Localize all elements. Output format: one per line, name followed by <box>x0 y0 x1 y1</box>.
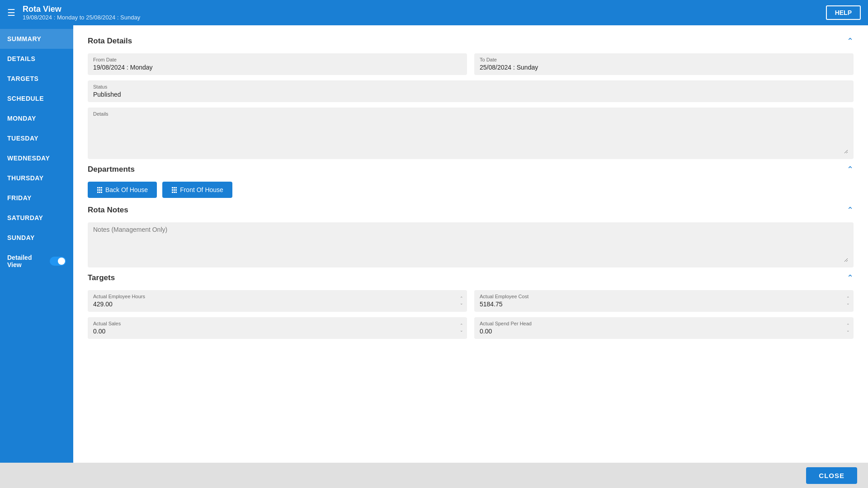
targets-chevron-icon[interactable]: ⌃ <box>847 273 854 283</box>
actual-employee-hours-label: Actual Employee Hours <box>93 294 462 299</box>
from-date-value: 19/08/2024 : Monday <box>93 64 153 71</box>
rota-notes-chevron-icon[interactable]: ⌃ <box>847 205 854 215</box>
date-row: From Date 19/08/2024 : Monday To Date 25… <box>88 53 854 75</box>
rota-notes-title: Rota Notes <box>88 206 128 215</box>
departments-row: Back Of House Front Of House <box>88 182 854 198</box>
detailed-view-row[interactable]: Detailed View <box>0 248 73 275</box>
notes-textarea[interactable] <box>93 226 848 262</box>
actual-sales-field: Actual Sales 0.00 ⌃ ⌄ <box>88 317 467 339</box>
back-of-house-label: Back Of House <box>105 186 148 193</box>
actual-employee-hours-value: 429.00 <box>93 300 113 308</box>
actual-employee-hours-spinners[interactable]: ⌃ ⌄ <box>460 296 463 305</box>
to-date-field: To Date 25/08/2024 : Sunday <box>474 53 854 75</box>
targets-section-header: Targets ⌃ <box>88 273 854 283</box>
actual-spend-per-head-value: 0.00 <box>480 328 492 335</box>
back-of-house-grid-icon <box>97 187 102 193</box>
app-title: Rota View <box>23 5 826 14</box>
status-field: Status Published <box>88 80 854 102</box>
to-date-label: To Date <box>480 57 848 62</box>
details-textarea[interactable] <box>93 117 848 154</box>
detailed-view-label: Detailed View <box>7 254 45 268</box>
top-bar: ☰ Rota View 19/08/2024 : Monday to 25/08… <box>0 0 868 25</box>
departments-section-header: Departments ⌃ <box>88 164 854 174</box>
close-button[interactable]: CLOSE <box>806 467 857 484</box>
sidebar-item-sunday[interactable]: SUNDAY <box>0 228 73 248</box>
sidebar: SUMMARY DETAILS TARGETS SCHEDULE MONDAY … <box>0 25 73 463</box>
actual-employee-hours-field: Actual Employee Hours 429.00 ⌃ ⌄ <box>88 290 467 312</box>
app-subtitle: 19/08/2024 : Monday to 25/08/2024 : Sund… <box>23 14 826 21</box>
actual-employee-cost-spinners[interactable]: ⌃ ⌄ <box>846 296 850 305</box>
sidebar-item-details[interactable]: DETAILS <box>0 49 73 69</box>
rota-notes-section-header: Rota Notes ⌃ <box>88 205 854 215</box>
title-block: Rota View 19/08/2024 : Monday to 25/08/2… <box>23 5 826 21</box>
to-date-value: 25/08/2024 : Sunday <box>480 64 538 71</box>
sidebar-item-friday[interactable]: FRIDAY <box>0 188 73 208</box>
status-label: Status <box>93 84 848 89</box>
sidebar-item-wednesday[interactable]: WEDNESDAY <box>0 148 73 168</box>
targets-title: Targets <box>88 273 115 282</box>
back-of-house-button[interactable]: Back Of House <box>88 182 157 198</box>
details-textarea-wrap: Details <box>88 108 854 159</box>
actual-spend-per-head-spinners[interactable]: ⌃ ⌄ <box>846 324 850 333</box>
sidebar-item-tuesday[interactable]: TUESDAY <box>0 128 73 148</box>
menu-icon[interactable]: ☰ <box>7 7 15 18</box>
sidebar-item-saturday[interactable]: SATURDAY <box>0 208 73 228</box>
actual-employee-hours-down-arrow[interactable]: ⌄ <box>460 301 463 305</box>
actual-spend-per-head-up-arrow[interactable]: ⌃ <box>846 324 850 328</box>
actual-spend-per-head-down-arrow[interactable]: ⌄ <box>846 328 850 333</box>
notes-textarea-wrap <box>88 222 854 267</box>
rota-details-section-header: Rota Details ⌃ <box>88 36 854 46</box>
departments-chevron-icon[interactable]: ⌃ <box>847 164 854 174</box>
sidebar-item-targets[interactable]: TARGETS <box>0 69 73 89</box>
rota-details-chevron-icon[interactable]: ⌃ <box>847 36 854 46</box>
actual-employee-cost-up-arrow[interactable]: ⌃ <box>846 296 850 300</box>
actual-employee-cost-value: 5184.75 <box>480 300 503 308</box>
targets-row1: Actual Employee Hours 429.00 ⌃ ⌄ Actual … <box>88 290 854 312</box>
actual-sales-value: 0.00 <box>93 328 105 335</box>
actual-employee-cost-label: Actual Employee Cost <box>480 294 848 299</box>
detailed-view-toggle[interactable] <box>50 257 66 266</box>
from-date-field: From Date 19/08/2024 : Monday <box>88 53 467 75</box>
sidebar-item-schedule[interactable]: SCHEDULE <box>0 89 73 108</box>
help-button[interactable]: HELP <box>826 5 861 20</box>
actual-sales-spinners[interactable]: ⌃ ⌄ <box>460 324 463 333</box>
sidebar-item-summary[interactable]: SUMMARY <box>0 29 73 49</box>
actual-sales-down-arrow[interactable]: ⌄ <box>460 328 463 333</box>
actual-employee-cost-down-arrow[interactable]: ⌄ <box>846 301 850 305</box>
from-date-label: From Date <box>93 57 462 62</box>
status-value: Published <box>93 91 121 98</box>
actual-sales-up-arrow[interactable]: ⌃ <box>460 324 463 328</box>
targets-row2: Actual Sales 0.00 ⌃ ⌄ Actual Spend Per H… <box>88 317 854 339</box>
details-label: Details <box>93 111 848 117</box>
front-of-house-label: Front Of House <box>180 186 223 193</box>
actual-spend-per-head-label: Actual Spend Per Head <box>480 321 848 326</box>
front-of-house-button[interactable]: Front Of House <box>162 182 232 198</box>
departments-title: Departments <box>88 165 135 174</box>
status-row: Status Published <box>88 80 854 102</box>
rota-details-title: Rota Details <box>88 37 132 46</box>
actual-employee-hours-up-arrow[interactable]: ⌃ <box>460 296 463 300</box>
content-area: Rota Details ⌃ From Date 19/08/2024 : Mo… <box>73 25 868 463</box>
front-of-house-grid-icon <box>171 187 176 193</box>
actual-employee-cost-field: Actual Employee Cost 5184.75 ⌃ ⌄ <box>474 290 854 312</box>
sidebar-item-monday[interactable]: MONDAY <box>0 108 73 128</box>
actual-spend-per-head-field: Actual Spend Per Head 0.00 ⌃ ⌄ <box>474 317 854 339</box>
sidebar-item-thursday[interactable]: THURSDAY <box>0 168 73 188</box>
actual-sales-label: Actual Sales <box>93 321 462 326</box>
bottom-bar: CLOSE <box>0 463 868 488</box>
